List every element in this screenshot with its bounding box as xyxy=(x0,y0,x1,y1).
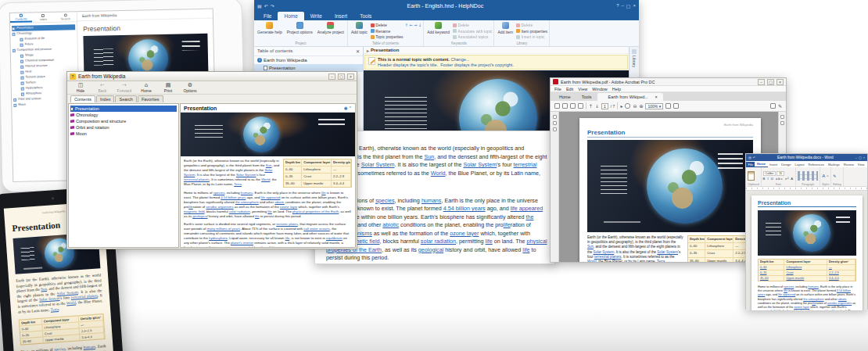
hyperlink[interactable]: Terra xyxy=(234,182,242,186)
hyperlink[interactable]: terrestrial planets xyxy=(71,294,99,299)
hyperlink[interactable]: terrestrial planets xyxy=(184,177,210,181)
toc-item[interactable]: Moon xyxy=(70,131,177,137)
hyperlink[interactable]: humans xyxy=(421,197,442,204)
hyperlink[interactable]: life xyxy=(267,210,272,213)
tab-search[interactable]: Search xyxy=(115,95,136,102)
tab-insert[interactable]: Insert xyxy=(328,12,353,20)
move-up-icon[interactable]: ↑ ← → ↓ xyxy=(405,23,422,27)
minimize-button[interactable]: – xyxy=(758,79,765,85)
hide-button[interactable]: ◫Hide xyxy=(70,82,91,93)
hyperlink[interactable]: life xyxy=(832,310,836,310)
hyperlink[interactable]: many millions of years xyxy=(207,227,241,231)
topic-properties-button[interactable]: Topic properties xyxy=(371,34,404,39)
tab-contents[interactable]: Contents xyxy=(70,95,95,102)
hyperlink[interactable]: magnetic field xyxy=(234,245,255,247)
delete-topic-button[interactable]: Delete xyxy=(371,23,404,27)
tab-mailings[interactable]: Mailings xyxy=(827,162,842,167)
hyperlink[interactable]: physical properties of the Earth xyxy=(292,210,339,213)
hyperlink[interactable]: life xyxy=(255,214,260,218)
menu-window[interactable]: Window xyxy=(592,87,608,91)
hyperlink[interactable]: Solar System xyxy=(361,161,395,168)
save-icon[interactable] xyxy=(554,103,560,109)
delete-item-button[interactable]: Delete xyxy=(516,23,547,27)
close-button[interactable]: × xyxy=(777,79,784,85)
hyperlink[interactable]: Solar System xyxy=(463,161,497,168)
hyperlink[interactable]: Sun xyxy=(587,245,594,249)
previous-page-icon[interactable]: ↑ xyxy=(589,103,593,109)
hyperlink[interactable]: Terra xyxy=(657,260,665,262)
hyperlink[interactable]: life appeared xyxy=(778,293,795,296)
help-button[interactable]: ? xyxy=(616,3,619,8)
tab-contents[interactable]: Contents xyxy=(10,13,33,23)
attachments-icon[interactable] xyxy=(553,127,557,131)
associated-topics-button[interactable]: Associated topics xyxy=(453,34,492,39)
hyperlink[interactable]: Sun xyxy=(41,287,47,292)
hyperlink[interactable]: Solar System xyxy=(594,250,615,254)
email-icon[interactable] xyxy=(570,103,576,109)
hyperlink[interactable]: Solar System xyxy=(39,296,60,302)
hyperlink[interactable]: life xyxy=(486,238,493,245)
pin-icon[interactable]: ✕ xyxy=(356,48,360,54)
hyperlink[interactable]: equilibrium xyxy=(326,236,343,240)
close-button[interactable]: × xyxy=(347,73,354,80)
hyperlink[interactable]: aerobic organisms xyxy=(206,205,233,209)
hyperlink[interactable]: life appeared xyxy=(511,205,543,212)
associate-with-topic-button[interactable]: Associate with topic xyxy=(453,29,492,34)
hyperlink[interactable]: World xyxy=(261,177,270,181)
thumbnails-icon[interactable] xyxy=(553,115,557,119)
hyperlink[interactable]: World xyxy=(431,170,446,177)
menu-help[interactable]: Help xyxy=(612,87,621,91)
panel-icon[interactable] xyxy=(780,121,784,125)
comment-icon[interactable] xyxy=(770,103,776,109)
hyperlink[interactable]: World xyxy=(66,301,76,306)
hyperlink[interactable]: tectonic plates xyxy=(276,222,297,226)
hyperlink[interactable]: ozone layer xyxy=(794,306,809,309)
word-page[interactable]: Presentation Depth kmComponent layerDens… xyxy=(751,195,863,310)
hyperlink[interactable]: solar radiation xyxy=(798,310,816,310)
tab-write[interactable]: Write xyxy=(304,12,328,20)
add-item-button[interactable]: Add item xyxy=(496,21,515,35)
hyperlink[interactable]: geological xyxy=(192,214,207,218)
hyperlink[interactable]: salt water oceans xyxy=(303,227,329,231)
back-button[interactable]: ←Back xyxy=(92,82,113,93)
document-tab[interactable]: Earth from Wikiped... × xyxy=(597,93,663,101)
toc-root-item[interactable]: iEarth from Wikipedia xyxy=(254,56,363,64)
zoom-out-icon[interactable]: ⊖ xyxy=(633,103,637,109)
hyperlink[interactable]: magnetic field xyxy=(184,210,205,213)
save-icon[interactable]: ▤ xyxy=(257,3,262,9)
add-topic-button[interactable]: Add topic xyxy=(350,21,369,35)
hyperlink[interactable]: solar radiation xyxy=(229,210,250,213)
hyperlink[interactable]: ozone layer xyxy=(280,205,297,209)
hyperlink[interactable]: life xyxy=(784,289,787,292)
page-number-field[interactable]: 1 xyxy=(601,103,608,109)
minimize-button[interactable]: – xyxy=(328,73,335,80)
hyperlink[interactable]: species xyxy=(784,285,794,288)
hyperlink[interactable]: the atmosphere xyxy=(803,298,823,301)
tab-review[interactable]: Review xyxy=(841,162,855,167)
hyperlink[interactable]: Sun xyxy=(266,163,272,167)
save-icon[interactable]: ▤ xyxy=(748,156,751,159)
hyperlink[interactable]: life xyxy=(504,221,511,228)
item-properties-button[interactable]: Item properties xyxy=(516,29,547,34)
hyperlink[interactable]: life xyxy=(285,236,290,240)
hyperlink[interactable]: abiotic xyxy=(382,221,399,228)
tab-favorites[interactable]: Favorites xyxy=(138,95,163,102)
hyperlink[interactable]: 4.54 billion years xyxy=(221,195,246,199)
zoom-in-icon[interactable]: ⊕ xyxy=(639,103,643,109)
generate-help-button[interactable]: Generate help xyxy=(256,21,284,35)
tab-acrobat-tools[interactable]: Tools xyxy=(576,93,597,101)
minimize-button[interactable]: – xyxy=(855,156,857,159)
tab-home[interactable]: Home xyxy=(278,12,303,20)
change-link[interactable]: Change... xyxy=(451,57,470,62)
toc-item[interactable]: Presentation xyxy=(70,106,177,112)
hyperlink[interactable]: the atmosphere xyxy=(235,200,259,204)
project-options-button[interactable]: Project options xyxy=(285,21,314,35)
hyperlink[interactable]: life appeared xyxy=(261,195,281,199)
tab-references[interactable]: References xyxy=(806,162,826,167)
tab-insert[interactable]: Insert xyxy=(768,162,780,167)
library-rail-label[interactable]: Library xyxy=(632,56,637,67)
print-icon[interactable] xyxy=(562,103,568,109)
hyperlink[interactable]: abiotic xyxy=(274,200,284,204)
home-button[interactable]: ⌂Home xyxy=(136,82,156,93)
tab-search[interactable]: Search xyxy=(54,12,77,22)
